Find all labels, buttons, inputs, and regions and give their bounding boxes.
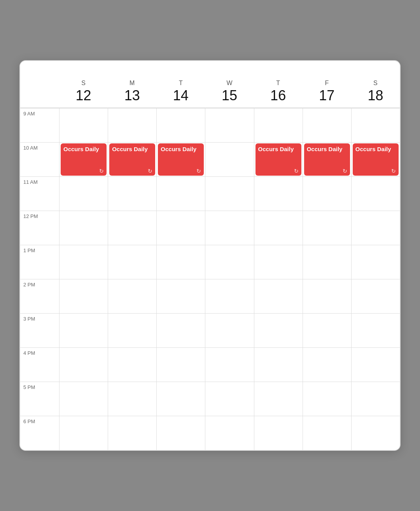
cell-row1-col3 [205, 142, 254, 176]
calendar-body: 9 AM10 AM Occurs Daily ↻ Occurs Daily ↻ … [20, 108, 400, 450]
cell-row8-col2 [156, 382, 205, 416]
day-letter: F [303, 80, 351, 87]
cell-row4-col5 [303, 245, 351, 279]
cell-row7-col6 [351, 347, 400, 382]
cell-row8-col4 [254, 382, 303, 416]
cell-row8-col3 [205, 382, 254, 416]
time-label-7: 4 PM [20, 347, 59, 382]
day-header-2: T 14 [156, 80, 205, 108]
cell-row0-col2 [156, 108, 205, 142]
time-label-5: 2 PM [20, 279, 59, 313]
cell-row5-col0 [59, 279, 108, 313]
calendar-event[interactable]: Occurs Daily ↻ [353, 143, 399, 176]
cell-row2-col0 [59, 176, 108, 211]
cell-row4-col2 [156, 245, 205, 279]
cell-row6-col2 [156, 313, 205, 347]
recurrence-icon: ↻ [391, 168, 396, 174]
day-letter: T [156, 80, 205, 87]
time-label-6: 3 PM [20, 313, 59, 347]
cell-row6-col0 [59, 313, 108, 347]
cell-row1-col0: Occurs Daily ↻ [59, 142, 108, 176]
cell-row2-col1 [108, 176, 156, 211]
cell-row3-col6 [351, 211, 400, 245]
day-header-5: F 17 [303, 80, 351, 108]
time-label-4: 1 PM [20, 245, 59, 279]
day-letter: S [351, 80, 400, 87]
recurrence-icon: ↻ [294, 168, 299, 174]
cell-row9-col4 [254, 416, 303, 450]
cell-row0-col1 [108, 108, 156, 142]
calendar-event[interactable]: Occurs Daily ↻ [158, 143, 204, 176]
day-num: 16 [254, 87, 303, 104]
cell-row5-col2 [156, 279, 205, 313]
cell-row3-col3 [205, 211, 254, 245]
calendar-event[interactable]: Occurs Daily ↻ [304, 143, 350, 176]
cell-row4-col0 [59, 245, 108, 279]
cell-row0-col0 [59, 108, 108, 142]
cell-row4-col3 [205, 245, 254, 279]
day-header-6: S 18 [351, 80, 400, 108]
cell-row9-col0 [59, 416, 108, 450]
recurrence-icon: ↻ [148, 168, 152, 174]
day-num: 14 [156, 87, 205, 104]
cell-row7-col4 [254, 347, 303, 382]
cell-row8-col1 [108, 382, 156, 416]
cell-row2-col6 [351, 176, 400, 211]
cell-row9-col3 [205, 416, 254, 450]
day-header-1: M 13 [108, 80, 156, 108]
time-label-3: 12 PM [20, 211, 59, 245]
cell-row6-col5 [303, 313, 351, 347]
day-letter: T [254, 80, 303, 87]
day-letter: W [205, 80, 254, 87]
time-label-1: 10 AM [20, 142, 59, 176]
cell-row6-col4 [254, 313, 303, 347]
cell-row7-col3 [205, 347, 254, 382]
day-headers: S 12 M 13 T 14 W 15 T 16 F 17 S 18 [20, 77, 400, 108]
day-letter: M [108, 80, 156, 87]
cell-row9-col6 [351, 416, 400, 450]
cell-row4-col4 [254, 245, 303, 279]
cell-row3-col2 [156, 211, 205, 245]
cell-row5-col5 [303, 279, 351, 313]
day-header-4: T 16 [254, 80, 303, 108]
cell-row2-col5 [303, 176, 351, 211]
cell-row3-col4 [254, 211, 303, 245]
cell-row8-col0 [59, 382, 108, 416]
event-title: Occurs Daily [307, 146, 347, 153]
cell-row4-col1 [108, 245, 156, 279]
event-title: Occurs Daily [258, 146, 299, 153]
calendar-event[interactable]: Occurs Daily ↻ [61, 143, 107, 176]
day-num: 12 [59, 87, 108, 104]
calendar-header [20, 61, 400, 77]
cell-row7-col1 [108, 347, 156, 382]
day-num: 17 [303, 87, 351, 104]
calendar-event[interactable]: Occurs Daily ↻ [109, 143, 155, 176]
cell-row3-col1 [108, 211, 156, 245]
day-num: 13 [108, 87, 156, 104]
cell-row5-col3 [205, 279, 254, 313]
cell-row5-col6 [351, 279, 400, 313]
cell-row4-col6 [351, 245, 400, 279]
cell-row0-col3 [205, 108, 254, 142]
cell-row6-col6 [351, 313, 400, 347]
event-title: Occurs Daily [355, 146, 396, 153]
cell-row2-col3 [205, 176, 254, 211]
cell-row5-col1 [108, 279, 156, 313]
cell-row1-col2: Occurs Daily ↻ [156, 142, 205, 176]
calendar-container: S 12 M 13 T 14 W 15 T 16 F 17 S 18 9 AM1… [19, 60, 401, 451]
cell-row9-col2 [156, 416, 205, 450]
time-label-2: 11 AM [20, 176, 59, 211]
day-num: 15 [205, 87, 254, 104]
event-title: Occurs Daily [112, 146, 152, 153]
event-title: Occurs Daily [161, 146, 201, 153]
cell-row7-col2 [156, 347, 205, 382]
day-letter: S [59, 80, 108, 87]
day-header-3: W 15 [205, 80, 254, 108]
cell-row1-col5: Occurs Daily ↻ [303, 142, 351, 176]
cell-row6-col1 [108, 313, 156, 347]
time-label-8: 5 PM [20, 382, 59, 416]
cell-row8-col5 [303, 382, 351, 416]
calendar-event[interactable]: Occurs Daily ↻ [256, 143, 301, 176]
cell-row0-col6 [351, 108, 400, 142]
cell-row3-col0 [59, 211, 108, 245]
